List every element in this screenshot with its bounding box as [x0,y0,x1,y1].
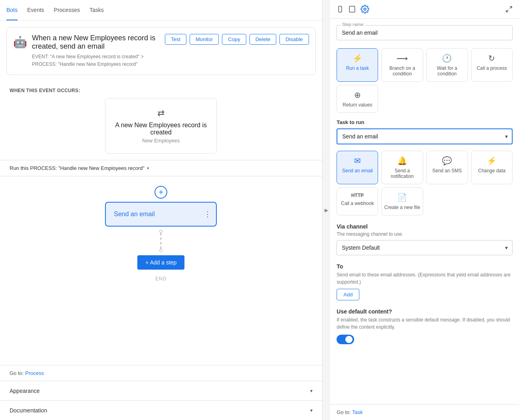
tab-processes[interactable]: Processes [54,0,80,20]
webhook-icon: HTTP [351,193,364,198]
documentation-chevron: ▾ [310,408,313,413]
create-file-label: Create a new file [384,205,420,210]
to-subtitle: Send email to these email addresses. (Ex… [337,271,513,286]
goto-label: Go to: [10,370,24,376]
header-title: When a new New Employees record is creat… [32,34,160,51]
step-type-run-task[interactable]: ⚡ Run a task [337,48,378,82]
default-content-subtitle: If enabled, the task constructs a sensib… [337,316,513,331]
default-content-toggle[interactable] [337,335,354,344]
to-section: To Send email to these email addresses. … [337,263,513,300]
panel-toggle[interactable]: ▶ [323,0,331,420]
send-notification-label: Send a notification [384,168,420,179]
call-webhook-label: Call a webhook [341,201,374,206]
via-channel-select-wrapper: System Default [337,240,513,255]
header-actions: Test Monitor Copy Delete Disable [165,34,309,45]
via-channel-select[interactable]: System Default [337,240,513,255]
task-call-webhook[interactable]: HTTP Call a webhook [337,187,378,215]
connector [159,230,162,252]
right-panel: Step name ⚡ Run a task ⟶ Branch on a con… [330,0,519,420]
task-grid: ✉ Send an email 🔔 Send a notification 💬 … [337,151,513,215]
monitor-button[interactable]: Monitor [190,34,219,45]
event-icon: ⇄ [157,108,164,118]
process-chevron[interactable]: ▾ [147,166,149,170]
add-step-circle-top[interactable]: + [155,186,167,199]
default-content-toggle-row [337,335,513,344]
bot-icon: 🤖 [13,35,27,49]
event-card[interactable]: ⇄ A new New Employees record is created … [105,98,217,154]
goto-bottom-label: Go to: [337,409,351,415]
create-file-icon: 📄 [397,193,407,202]
task-to-run-select[interactable]: Send an email [337,128,513,144]
goto-row: Go to: Process [0,365,322,381]
change-data-label: Change data [478,168,506,174]
send-email-label: Send an email [342,168,373,174]
tab-tasks[interactable]: Tasks [89,0,104,20]
documentation-label: Documentation [10,407,47,414]
right-top-icons [337,5,369,14]
add-email-button[interactable]: Add [337,289,359,300]
step-type-call-process[interactable]: ↻ Call a process [471,48,513,82]
appearance-label: Appearance [10,388,40,394]
tablet-view-icon[interactable] [349,6,356,13]
step-type-grid: ⚡ Run a task ⟶ Branch on a condition 🕐 W… [337,48,513,113]
step-type-wait[interactable]: 🕐 Wait for a condition [426,48,468,82]
run-task-label: Run a task [346,65,369,71]
disable-button[interactable]: Disable [279,34,309,45]
to-title: To [337,263,513,270]
step-card[interactable]: Send an email ⋮ [105,202,217,227]
task-create-file[interactable]: 📄 Create a new file [381,187,423,215]
process-label: Run this PROCESS: "Handle new New Employ… [10,165,145,171]
sms-icon: 💬 [442,156,452,166]
copy-button[interactable]: Copy [222,34,246,45]
event-card-subtitle: New Employees [142,138,180,144]
step-type-return-values[interactable]: ⊕ Return values [337,85,378,113]
delete-button[interactable]: Delete [250,34,277,45]
header-meta: EVENT: "A new New Employees record is cr… [32,53,160,68]
bottom-section: Go to: Process Appearance ▾ Documentatio… [0,365,322,420]
step-card-title: Send an email [114,211,197,218]
step-card-menu[interactable]: ⋮ [204,210,211,219]
task-send-email[interactable]: ✉ Send an email [337,151,378,184]
goto-bottom-link[interactable]: Task [352,409,363,415]
branch-label: Branch on a condition [384,65,420,77]
task-send-notification[interactable]: 🔔 Send a notification [381,151,423,184]
task-change-data[interactable]: ⚡ Change data [471,151,513,184]
via-channel-title: Via channel [337,223,513,230]
run-task-icon: ⚡ [353,53,363,63]
settings-icon[interactable] [361,5,369,14]
svg-rect-0 [339,6,342,12]
step-type-branch[interactable]: ⟶ Branch on a condition [381,48,423,82]
event-section: When this EVENT occurs: ⇄ A new New Empl… [0,81,322,160]
svg-line-6 [506,10,508,12]
svg-rect-2 [350,6,355,12]
goto-bottom: Go to: Task [330,404,519,420]
tab-events[interactable]: Events [27,0,44,20]
svg-point-4 [364,8,366,10]
mobile-view-icon[interactable] [337,6,344,13]
goto-link[interactable]: Process [25,370,44,376]
step-name-input[interactable] [337,25,513,40]
wait-label: Wait for a condition [429,65,465,77]
wait-icon: 🕐 [442,53,452,63]
process-bar: Run this PROCESS: "Handle new New Employ… [0,160,322,176]
header-card: 🤖 When a new New Employees record is cre… [6,27,316,75]
send-sms-label: Send an SMS [432,168,462,174]
branch-icon: ⟶ [396,53,408,63]
add-step-button[interactable]: + Add a step [137,255,184,270]
return-values-icon: ⊕ [354,90,361,100]
flow-wrapper: + Send an email ⋮ + Add a step END [0,186,322,282]
flow-area: + Send an email ⋮ + Add a step END [0,176,322,365]
event-card-title: A new New Employees record is created [115,122,207,136]
return-values-label: Return values [343,102,372,108]
test-button[interactable]: Test [165,34,186,45]
task-send-sms[interactable]: 💬 Send an SMS [426,151,468,184]
right-content: Step name ⚡ Run a task ⟶ Branch on a con… [330,19,519,404]
change-data-icon: ⚡ [487,156,497,166]
tab-bots[interactable]: Bots [6,0,18,20]
documentation-accordion[interactable]: Documentation ▾ [0,400,322,420]
connector-dot-bottom [159,249,162,252]
expand-icon[interactable] [505,6,513,13]
appearance-chevron: ▾ [310,388,313,394]
appearance-accordion[interactable]: Appearance ▾ [0,381,322,400]
toggle-slider [337,335,354,344]
